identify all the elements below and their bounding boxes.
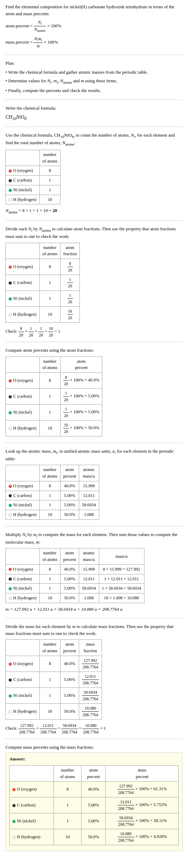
compute-mass-percent-text: Compute mass percents using the mass fra… [6,744,182,751]
pct-h: 1020 × 100% = 50.0% [60,421,102,436]
col-element-7 [10,765,54,782]
atomic-mass-section: Look up the atomic mass, mi, in unified … [6,448,182,526]
atoms-section: Use the chemical formula, CH10NiO8, to c… [6,132,182,221]
mass-o: 15.999 [79,481,99,491]
mass-ni: 58.6934 [79,500,99,510]
mass-h: 1.008 [79,510,99,520]
col-mass-u: mass/u [99,548,144,565]
table-row: H (hydrogen) 10 1020 × 100% = 50.0% [6,421,102,436]
element-c: C (carbon) [6,176,40,185]
mass-table: numberof atoms atompercent atomicmass/u … [6,548,144,603]
atoms-h-6: 10 [39,703,60,719]
col-element-6 [6,640,40,656]
atoms-ni-6: 1 [39,687,60,703]
dot-h-6 [9,710,12,713]
pct-c-7: 5.00% [81,797,106,813]
dot-o-2 [9,266,12,269]
pct-o-4: 40.0% [60,481,79,491]
col-atoms-2: numberof atoms [39,243,60,259]
frac-c: 120 [60,275,80,291]
atoms-table: numberof atoms O (oxygen) 8 C (carbon) 1… [6,150,60,205]
table-row: H (hydrogen) 10 50.0% 1.008 [6,510,99,520]
dot-h [9,198,12,201]
dot-ni-2 [9,297,12,301]
table-row: H (hydrogen) 10 50.0% 10.080208.7764 × 1… [10,829,179,845]
frac-ni: 120 [60,291,80,307]
table-row: Ni (nickel) 1 120 × 100% = 5.00% [6,405,102,421]
col-atomic-mass-5: atomicmass/u [79,548,99,565]
table-row: Ni (nickel) 1 5.00% 58.6934 1 × 58.6934 … [6,584,144,593]
pct-c-6: 5.00% [60,672,79,687]
answer-table: numberof atoms atompercent masspercent O… [9,765,179,846]
main-title: Find the elemental composition for nicke… [6,3,182,17]
atoms-o-7: 8 [54,782,81,797]
element-o-4: O (oxygen) [6,481,40,491]
use-formula-text: Use the chemical formula, CH10NiO8, to c… [6,132,182,147]
table-row: C (carbon) 1 5.00% 12.011 1 × 12.011 = 1… [6,574,144,584]
frac-h: 1020 [60,307,80,323]
atom-percent-table: numberof atoms atompercent O (oxygen) 8 … [6,357,102,437]
pct-o-6: 40.0% [60,656,79,672]
massfrac-o: 127.992208.7764 [79,656,102,672]
answer-label: Answer: [9,756,179,763]
atoms-ni-7: 1 [54,813,81,829]
dot-c-6 [9,678,12,682]
fraction-section: Divide each Ni by Natoms to calculate at… [6,225,182,342]
dot-h-4 [9,514,12,517]
table-row: O (oxygen) 8 820 [6,259,80,275]
answer-section: Compute mass percents using the mass fra… [6,744,182,851]
plan-item-1: • Write the chemical formula and gather … [6,69,182,76]
col-atom-pct-5: atompercent [60,548,79,565]
pct-o: 820 × 100% = 40.0% [60,373,102,389]
dot-ni-5 [9,587,12,590]
atoms-ni-5: 1 [39,584,60,593]
atoms-h: 10 [39,195,60,204]
pct-h-5: 50.0% [60,593,79,603]
atoms-c: 1 [39,176,60,185]
atoms-o-5: 8 [39,564,60,574]
dot-ni-4 [9,504,12,507]
massfrac-h: 10.080208.7764 [79,703,102,719]
element-o-6: O (oxygen) [6,656,40,672]
table-row: C (carbon) 1 5.00% 12.011208.7764 [6,672,102,687]
chemical-formula-label: Write the chemical formula: [6,105,182,112]
dot-o-6 [9,663,12,666]
element-c-3: C (carbon) [6,389,40,405]
atoms-c-2: 1 [39,275,60,291]
element-h: H (hydrogen) [6,195,40,204]
pct-h-6: 50.0% [60,703,79,719]
atoms-c-6: 1 [39,672,60,687]
plan-item-3: • Finally, compute the percents and chec… [6,87,182,94]
dot-h-5 [9,597,12,600]
col-mass-pct: masspercent [106,765,179,782]
table-row: Ni (nickel) 1 [6,185,60,195]
frac-o: 820 [60,259,80,275]
atoms-h-2: 10 [39,307,60,323]
table-row: C (carbon) 1 [6,176,60,185]
mass-c: 12.011 [79,491,99,500]
pct-ni: 120 × 100% = 5.00% [60,405,102,421]
col-atom-pct-7: atompercent [81,765,106,782]
col-atoms-6: numberof atoms [39,640,60,656]
col-element-2 [6,243,40,259]
check-fractions: Check: 820 + 120 + 120 + 1020 = 1 [6,325,182,338]
dot-c [9,179,12,182]
atoms-o-6: 8 [39,656,60,672]
table-row: Ni (nickel) 1 5.00% 58.6934208.7764 [6,687,102,703]
dot-o-3 [9,379,12,382]
multiply-text: Multiply Ni by mi to compute the mass fo… [6,531,182,545]
plan-section: Plan: • Write the chemical formula and g… [6,60,182,100]
element-h-3: H (hydrogen) [6,421,40,436]
element-ni-6: Ni (nickel) [6,687,40,703]
element-o-5: O (oxygen) [6,564,40,574]
element-o-2: O (oxygen) [6,259,40,275]
element-h-6: H (hydrogen) [6,703,40,719]
element-h-5: H (hydrogen) [6,593,40,603]
element-h-2: H (hydrogen) [6,307,40,323]
col-mass-frac: massfraction [79,640,102,656]
table-row: C (carbon) 1 120 × 100% = 5.00% [6,389,102,405]
dot-c-7 [12,804,16,807]
atoms-ni: 1 [39,185,60,195]
atoms-c-7: 1 [54,797,81,813]
mass-h-5: 1.008 [79,593,99,603]
